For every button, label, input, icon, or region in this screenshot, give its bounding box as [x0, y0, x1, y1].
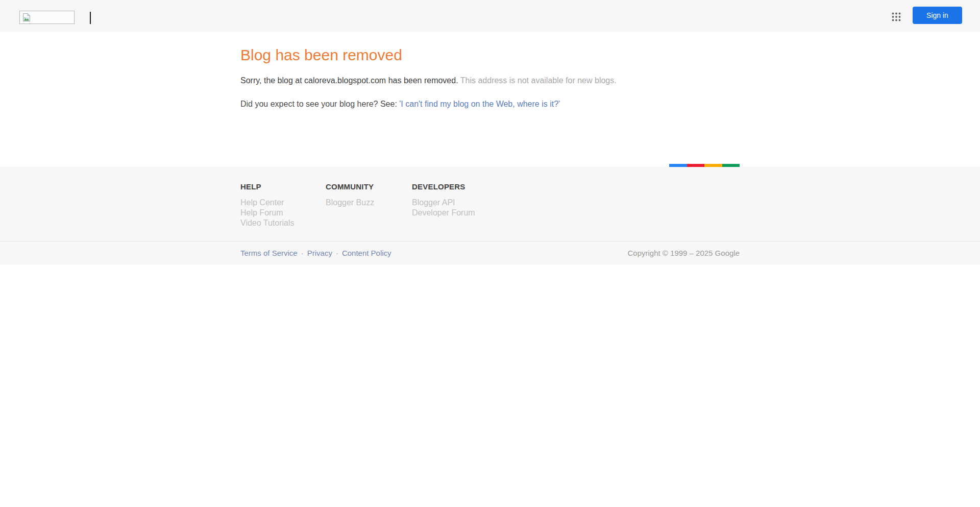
google-apps-grid-icon: [892, 12, 901, 21]
blog-help-prompt: Did you expect to see your blog here? Se…: [240, 99, 740, 109]
text-caret: [90, 12, 91, 24]
removal-message-primary: Sorry, the blog at caloreva.blogspot.com…: [240, 76, 458, 85]
stripe-green: [722, 164, 740, 167]
removal-message-secondary: This address is not available for new bl…: [460, 76, 617, 85]
footer-column-community: COMMUNITY Blogger Buzz: [326, 182, 412, 228]
content-policy-link[interactable]: Content Policy: [342, 249, 391, 257]
developer-forum-link[interactable]: Developer Forum: [412, 208, 475, 218]
page-title: Blog has been removed: [240, 46, 740, 64]
footer: HELP Help Center Help Forum Video Tutori…: [0, 167, 980, 241]
footer-column-developers: DEVELOPERS Blogger API Developer Forum: [412, 182, 475, 228]
cant-find-blog-link[interactable]: 'I can't find my blog on the Web, where …: [399, 100, 560, 108]
blogger-api-link[interactable]: Blogger API: [412, 198, 475, 208]
footer-column-help: HELP Help Center Help Forum Video Tutori…: [240, 182, 326, 228]
link-separator: ·: [336, 249, 338, 257]
legal-bar: Terms of Service·Privacy·Content Policy …: [0, 241, 980, 264]
footer-heading-help: HELP: [240, 182, 326, 191]
main-content: Blog has been removed Sorry, the blog at…: [0, 32, 980, 167]
legal-links: Terms of Service·Privacy·Content Policy: [240, 249, 391, 257]
terms-of-service-link[interactable]: Terms of Service: [240, 249, 298, 257]
top-navbar: Sign in: [0, 0, 980, 32]
google-color-stripe: [669, 164, 740, 167]
copyright-text: Copyright © 1999 – 2025 Google: [627, 249, 740, 257]
blogger-logo-broken-image[interactable]: [19, 11, 75, 24]
link-separator: ·: [301, 249, 304, 257]
stripe-red: [687, 164, 705, 167]
help-forum-link[interactable]: Help Forum: [240, 208, 326, 218]
sign-in-button[interactable]: Sign in: [913, 7, 962, 24]
footer-heading-community: COMMUNITY: [326, 182, 412, 191]
help-center-link[interactable]: Help Center: [240, 198, 326, 208]
blogger-buzz-link[interactable]: Blogger Buzz: [326, 198, 412, 208]
footer-heading-developers: DEVELOPERS: [412, 182, 475, 191]
google-apps-button[interactable]: [889, 9, 904, 25]
privacy-link[interactable]: Privacy: [307, 249, 332, 257]
prompt-text: Did you expect to see your blog here? Se…: [240, 100, 399, 108]
removal-message: Sorry, the blog at caloreva.blogspot.com…: [240, 76, 740, 86]
broken-image-icon: [22, 13, 31, 22]
video-tutorials-link[interactable]: Video Tutorials: [240, 218, 326, 228]
stripe-yellow: [704, 164, 722, 167]
stripe-blue: [669, 164, 687, 167]
